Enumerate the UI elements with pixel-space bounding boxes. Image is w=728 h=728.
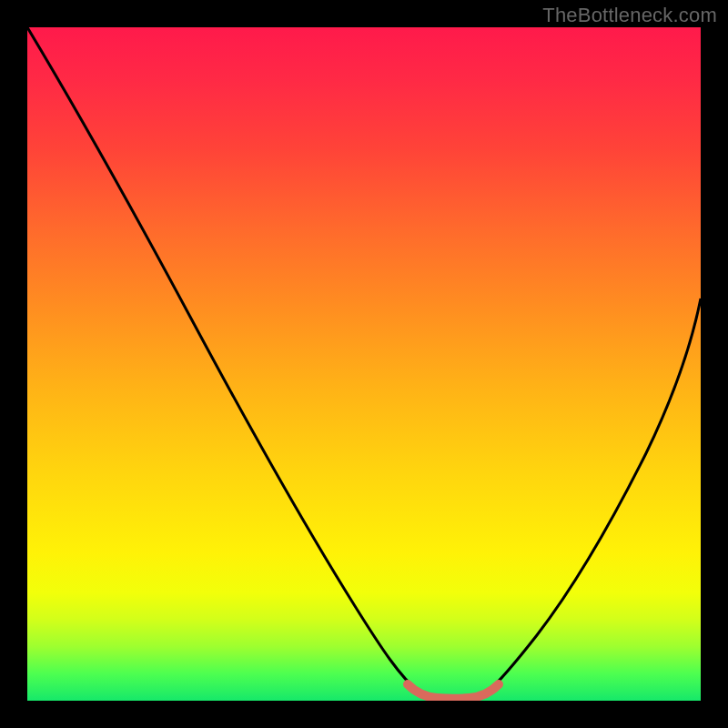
chart-frame: TheBottleneck.com xyxy=(0,0,728,728)
watermark-text: TheBottleneck.com xyxy=(542,4,717,27)
bottleneck-flat-segment xyxy=(408,684,499,699)
bottleneck-curve xyxy=(27,27,701,701)
chart-svg xyxy=(27,27,701,701)
plot-area xyxy=(27,27,701,701)
